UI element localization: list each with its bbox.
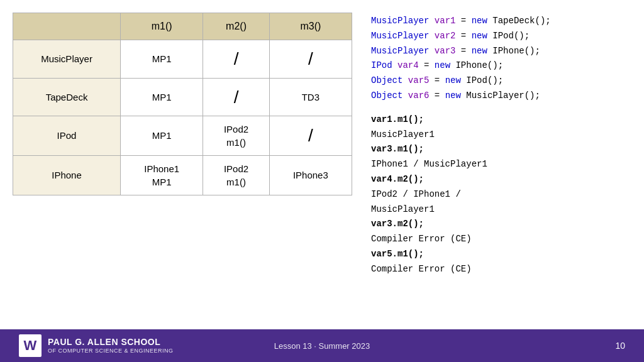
code-line-3: MusicPlayer var3 = new IPhone(); bbox=[371, 44, 625, 59]
footer-page: 10 bbox=[423, 341, 625, 351]
code-declarations: MusicPlayer var1 = new TapeDeck(); Music… bbox=[371, 14, 625, 104]
cell-iphone-m3: IPhone3 bbox=[269, 155, 352, 195]
result-3-label: var4.m2(); bbox=[371, 172, 625, 187]
cell-td-m2: / bbox=[203, 78, 269, 116]
result-1-value: MusicPlayer1 bbox=[371, 128, 625, 143]
school-name: PAUL G. ALLEN SCHOOL OF COMPUTER SCIENCE… bbox=[48, 337, 174, 354]
cell-td-m3: TD3 bbox=[269, 78, 352, 116]
cell-ipod-m3: / bbox=[269, 116, 352, 155]
code-line-4: IPod var4 = new IPhone(); bbox=[371, 58, 625, 74]
table-row: TapeDeck MP1 / TD3 bbox=[13, 78, 352, 116]
main-content: m1() m2() m3() MusicPlayer MP1 / / TapeD… bbox=[0, 0, 644, 329]
w-logo-icon: W bbox=[19, 334, 42, 357]
code-line-2: MusicPlayer var2 = new IPod(); bbox=[371, 29, 625, 44]
school-name-top: PAUL G. ALLEN SCHOOL bbox=[48, 337, 174, 348]
cell-ipod-m1: MP1 bbox=[121, 116, 203, 155]
col-header-empty bbox=[13, 13, 121, 40]
cell-mp-m2: / bbox=[203, 40, 269, 78]
result-2-value: IPhone1 / MusicPlayer1 bbox=[371, 157, 625, 172]
row-label-tapedeck: TapeDeck bbox=[13, 78, 121, 116]
school-name-bottom: OF COMPUTER SCIENCE & ENGINEERING bbox=[48, 348, 174, 354]
code-section: MusicPlayer var1 = new TapeDeck(); Music… bbox=[371, 13, 625, 323]
cell-td-m1: MP1 bbox=[121, 78, 203, 116]
result-4-value: Compiler Error (CE) bbox=[371, 232, 625, 247]
row-label-musicplayer: MusicPlayer bbox=[13, 40, 121, 78]
code-line-1: MusicPlayer var1 = new TapeDeck(); bbox=[371, 14, 625, 29]
col-header-m1: m1() bbox=[121, 13, 203, 40]
result-5-label: var5.m1(); bbox=[371, 247, 625, 262]
cell-iphone-m2: IPod2m1() bbox=[203, 155, 269, 195]
cell-ipod-m2: IPod2m1() bbox=[203, 116, 269, 155]
result-5-value: Compiler Error (CE) bbox=[371, 262, 625, 277]
col-header-m3: m3() bbox=[269, 13, 352, 40]
result-1-label: var1.m1(); bbox=[371, 112, 625, 128]
code-line-6: Object var6 = new MusicPlayer(); bbox=[371, 89, 625, 104]
code-results: var1.m1(); MusicPlayer1 var3.m1(); IPhon… bbox=[371, 112, 625, 277]
footer-lesson: Lesson 13 · Summer 2023 bbox=[221, 341, 423, 351]
table-row: MusicPlayer MP1 / / bbox=[13, 40, 352, 78]
table-row: IPhone IPhone1MP1 IPod2m1() IPhone3 bbox=[13, 155, 352, 195]
cell-mp-m3: / bbox=[269, 40, 352, 78]
cell-iphone-m1: IPhone1MP1 bbox=[121, 155, 203, 195]
code-line-5: Object var5 = new IPod(); bbox=[371, 74, 625, 89]
row-label-ipod: IPod bbox=[13, 116, 121, 155]
footer: W PAUL G. ALLEN SCHOOL OF COMPUTER SCIEN… bbox=[0, 329, 644, 362]
result-2-label: var3.m1(); bbox=[371, 142, 625, 157]
result-3-value: IPod2 / IPhone1 /MusicPlayer1 bbox=[371, 187, 625, 217]
result-4-label: var3.m2(); bbox=[371, 217, 625, 232]
table-section: m1() m2() m3() MusicPlayer MP1 / / TapeD… bbox=[13, 13, 352, 323]
table-row: IPod MP1 IPod2m1() / bbox=[13, 116, 352, 155]
method-table: m1() m2() m3() MusicPlayer MP1 / / TapeD… bbox=[13, 13, 352, 195]
row-label-iphone: IPhone bbox=[13, 155, 121, 195]
col-header-m2: m2() bbox=[203, 13, 269, 40]
footer-logo: W PAUL G. ALLEN SCHOOL OF COMPUTER SCIEN… bbox=[19, 334, 221, 357]
cell-mp-m1: MP1 bbox=[121, 40, 203, 78]
